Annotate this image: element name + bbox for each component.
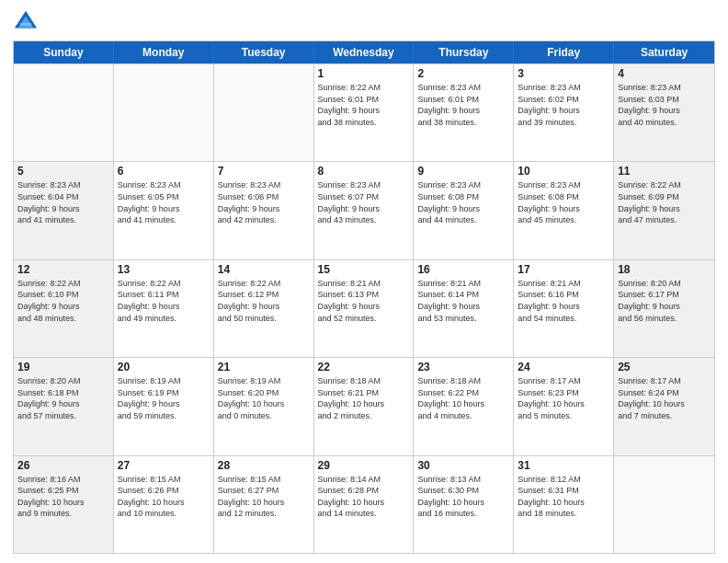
calendar-day-20: 20Sunrise: 8:19 AM Sunset: 6:19 PM Dayli… — [114, 358, 214, 454]
day-info: Sunrise: 8:21 AM Sunset: 6:14 PM Dayligh… — [417, 278, 509, 324]
day-info: Sunrise: 8:20 AM Sunset: 6:18 PM Dayligh… — [17, 375, 109, 421]
calendar-day-24: 24Sunrise: 8:17 AM Sunset: 6:23 PM Dayli… — [514, 358, 614, 454]
day-number: 12 — [17, 263, 109, 276]
calendar-day-15: 15Sunrise: 8:21 AM Sunset: 6:13 PM Dayli… — [314, 260, 415, 357]
calendar-day-14: 14Sunrise: 8:22 AM Sunset: 6:12 PM Dayli… — [214, 260, 314, 357]
logo-icon — [13, 9, 39, 35]
day-info: Sunrise: 8:19 AM Sunset: 6:20 PM Dayligh… — [218, 375, 310, 421]
logo — [13, 9, 42, 35]
day-number: 15 — [318, 263, 410, 276]
day-number: 24 — [518, 361, 609, 373]
calendar-day-1: 1Sunrise: 8:22 AM Sunset: 6:01 PM Daylig… — [314, 64, 415, 161]
day-number: 26 — [17, 459, 109, 472]
day-number: 20 — [118, 361, 210, 373]
day-info: Sunrise: 8:22 AM Sunset: 6:01 PM Dayligh… — [318, 82, 410, 128]
day-number: 4 — [618, 67, 711, 80]
day-info: Sunrise: 8:18 AM Sunset: 6:21 PM Dayligh… — [318, 375, 410, 421]
day-number: 7 — [218, 165, 310, 178]
day-info: Sunrise: 8:23 AM Sunset: 6:03 PM Dayligh… — [618, 82, 711, 128]
calendar-day-6: 6Sunrise: 8:23 AM Sunset: 6:05 PM Daylig… — [114, 162, 214, 259]
day-number: 16 — [417, 263, 509, 276]
day-number: 14 — [218, 263, 310, 276]
day-info: Sunrise: 8:15 AM Sunset: 6:27 PM Dayligh… — [218, 474, 310, 520]
day-info: Sunrise: 8:15 AM Sunset: 6:26 PM Dayligh… — [118, 474, 210, 520]
day-info: Sunrise: 8:23 AM Sunset: 6:01 PM Dayligh… — [417, 82, 509, 128]
day-number: 9 — [417, 165, 509, 178]
calendar-day-25: 25Sunrise: 8:17 AM Sunset: 6:24 PM Dayli… — [614, 358, 714, 454]
calendar-day-13: 13Sunrise: 8:22 AM Sunset: 6:11 PM Dayli… — [114, 260, 214, 357]
calendar-day-9: 9Sunrise: 8:23 AM Sunset: 6:08 PM Daylig… — [414, 162, 514, 259]
calendar-day-29: 29Sunrise: 8:14 AM Sunset: 6:28 PM Dayli… — [314, 456, 415, 553]
day-number: 25 — [618, 361, 711, 373]
calendar: SundayMondayTuesdayWednesdayThursdayFrid… — [13, 40, 715, 554]
day-number: 22 — [318, 361, 410, 373]
weekday-header-thursday: Thursday — [414, 41, 514, 63]
calendar-day-30: 30Sunrise: 8:13 AM Sunset: 6:30 PM Dayli… — [414, 456, 514, 553]
day-number: 31 — [518, 459, 609, 472]
day-number: 29 — [318, 459, 410, 472]
day-number: 23 — [417, 361, 509, 373]
day-info: Sunrise: 8:22 AM Sunset: 6:12 PM Dayligh… — [218, 278, 310, 324]
day-info: Sunrise: 8:14 AM Sunset: 6:28 PM Dayligh… — [318, 474, 410, 520]
day-number: 3 — [518, 67, 609, 80]
day-info: Sunrise: 8:23 AM Sunset: 6:08 PM Dayligh… — [417, 179, 509, 225]
day-info: Sunrise: 8:21 AM Sunset: 6:13 PM Dayligh… — [318, 278, 410, 324]
calendar-day-23: 23Sunrise: 8:18 AM Sunset: 6:22 PM Dayli… — [414, 358, 514, 454]
calendar-week-4: 19Sunrise: 8:20 AM Sunset: 6:18 PM Dayli… — [14, 357, 714, 454]
day-info: Sunrise: 8:22 AM Sunset: 6:11 PM Dayligh… — [118, 278, 210, 324]
page: SundayMondayTuesdayWednesdayThursdayFrid… — [0, 0, 728, 563]
calendar-day-4: 4Sunrise: 8:23 AM Sunset: 6:03 PM Daylig… — [614, 64, 714, 161]
day-info: Sunrise: 8:17 AM Sunset: 6:23 PM Dayligh… — [518, 375, 609, 421]
day-number: 19 — [17, 361, 109, 373]
day-info: Sunrise: 8:23 AM Sunset: 6:06 PM Dayligh… — [218, 179, 310, 225]
weekday-header-friday: Friday — [514, 41, 614, 63]
calendar-day-3: 3Sunrise: 8:23 AM Sunset: 6:02 PM Daylig… — [514, 64, 614, 161]
calendar-header-row: SundayMondayTuesdayWednesdayThursdayFrid… — [14, 41, 714, 63]
day-info: Sunrise: 8:12 AM Sunset: 6:31 PM Dayligh… — [518, 474, 609, 520]
header — [13, 9, 715, 35]
calendar-day-2: 2Sunrise: 8:23 AM Sunset: 6:01 PM Daylig… — [414, 64, 514, 161]
day-number: 27 — [118, 459, 210, 472]
weekday-header-wednesday: Wednesday — [314, 41, 415, 63]
day-info: Sunrise: 8:23 AM Sunset: 6:07 PM Dayligh… — [318, 179, 410, 225]
day-number: 6 — [118, 165, 210, 178]
svg-rect-2 — [19, 23, 31, 26]
day-number: 1 — [318, 67, 410, 80]
calendar-day-26: 26Sunrise: 8:16 AM Sunset: 6:25 PM Dayli… — [14, 456, 114, 553]
weekday-header-saturday: Saturday — [614, 41, 714, 63]
day-info: Sunrise: 8:18 AM Sunset: 6:22 PM Dayligh… — [417, 375, 509, 421]
calendar-day-empty — [14, 64, 114, 161]
day-info: Sunrise: 8:16 AM Sunset: 6:25 PM Dayligh… — [17, 474, 109, 520]
calendar-day-18: 18Sunrise: 8:20 AM Sunset: 6:17 PM Dayli… — [614, 260, 714, 357]
calendar-day-empty — [214, 64, 314, 161]
calendar-day-16: 16Sunrise: 8:21 AM Sunset: 6:14 PM Dayli… — [414, 260, 514, 357]
calendar-day-19: 19Sunrise: 8:20 AM Sunset: 6:18 PM Dayli… — [14, 358, 114, 454]
calendar-day-11: 11Sunrise: 8:22 AM Sunset: 6:09 PM Dayli… — [614, 162, 714, 259]
weekday-header-monday: Monday — [114, 41, 214, 63]
calendar-day-31: 31Sunrise: 8:12 AM Sunset: 6:31 PM Dayli… — [514, 456, 614, 553]
day-info: Sunrise: 8:22 AM Sunset: 6:09 PM Dayligh… — [618, 179, 711, 225]
day-number: 11 — [618, 165, 711, 178]
day-info: Sunrise: 8:23 AM Sunset: 6:02 PM Dayligh… — [518, 82, 609, 128]
day-info: Sunrise: 8:21 AM Sunset: 6:16 PM Dayligh… — [518, 278, 609, 324]
day-number: 17 — [518, 263, 609, 276]
calendar-day-10: 10Sunrise: 8:23 AM Sunset: 6:08 PM Dayli… — [514, 162, 614, 259]
calendar-day-21: 21Sunrise: 8:19 AM Sunset: 6:20 PM Dayli… — [214, 358, 314, 454]
weekday-header-sunday: Sunday — [14, 41, 114, 63]
calendar-day-12: 12Sunrise: 8:22 AM Sunset: 6:10 PM Dayli… — [14, 260, 114, 357]
day-number: 10 — [518, 165, 609, 178]
calendar-day-28: 28Sunrise: 8:15 AM Sunset: 6:27 PM Dayli… — [214, 456, 314, 553]
calendar-week-1: 1Sunrise: 8:22 AM Sunset: 6:01 PM Daylig… — [14, 63, 714, 161]
day-info: Sunrise: 8:19 AM Sunset: 6:19 PM Dayligh… — [118, 375, 210, 421]
calendar-day-empty — [614, 456, 714, 553]
day-number: 18 — [618, 263, 711, 276]
day-number: 21 — [218, 361, 310, 373]
day-number: 2 — [417, 67, 509, 80]
calendar-day-27: 27Sunrise: 8:15 AM Sunset: 6:26 PM Dayli… — [114, 456, 214, 553]
day-info: Sunrise: 8:22 AM Sunset: 6:10 PM Dayligh… — [17, 278, 109, 324]
day-number: 8 — [318, 165, 410, 178]
day-number: 5 — [17, 165, 109, 178]
day-info: Sunrise: 8:23 AM Sunset: 6:08 PM Dayligh… — [518, 179, 609, 225]
day-info: Sunrise: 8:13 AM Sunset: 6:30 PM Dayligh… — [417, 474, 509, 520]
calendar-day-17: 17Sunrise: 8:21 AM Sunset: 6:16 PM Dayli… — [514, 260, 614, 357]
